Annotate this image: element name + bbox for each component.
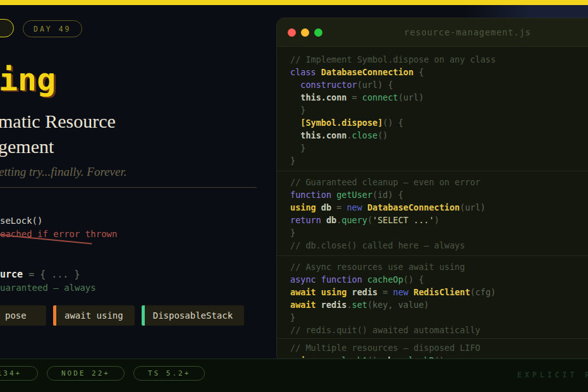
footer-watermark: EXPLICIT RESO	[517, 371, 588, 379]
divider-rule	[0, 187, 257, 188]
code-line: // Multiple resources — disposed LIFO	[290, 341, 588, 354]
feature-badge: await using	[53, 305, 135, 326]
code-line: function getUser(id) {	[290, 188, 588, 201]
code-line: constructor(url) {	[290, 78, 588, 91]
cropped-badge	[0, 19, 14, 37]
feature-badge: pose	[0, 305, 46, 326]
code-line: class DatabaseConnection {	[290, 66, 588, 78]
footer-pill: NODE 22+	[47, 366, 125, 381]
feature-badge-label: pose	[5, 310, 27, 321]
code-line: }	[290, 142, 588, 154]
code-section-divider	[277, 338, 588, 339]
heading-line-2: gement	[0, 136, 54, 157]
code-line: // Guaranteed cleanup — even on error	[290, 176, 588, 188]
code-line: await redis.set(key, value)	[290, 298, 588, 311]
code-line: using db = new DatabaseConnection(url)	[290, 201, 588, 214]
code-line: async function cacheOp() {	[290, 273, 588, 286]
code-line: [Symbol.dispose]() {	[290, 116, 588, 129]
feature-badge: DisposableStack	[142, 305, 244, 326]
footer-pill-group: 134+NODE 22+TS 5.2+	[0, 366, 205, 381]
feature-badge-row: poseawait usingDisposableStack	[0, 305, 244, 326]
feature-badge-label: DisposableStack	[153, 310, 233, 321]
code-line: this.conn = connect(url)	[290, 91, 588, 104]
using-line-head: urce	[0, 269, 23, 280]
page-subtitle: etting try...finally. Forever.	[0, 165, 126, 179]
footer-pill: 134+	[0, 366, 38, 381]
day-counter-label: DAY 49	[34, 25, 71, 34]
left-code-using-line: urce = { ... }	[0, 269, 80, 280]
slide-page: DAY 49 ing matic Resourcegement etting t…	[0, 0, 588, 392]
window-titlebar: resource-management.js	[277, 18, 588, 47]
day-counter-badge: DAY 49	[23, 20, 82, 37]
code-line: }	[290, 311, 588, 324]
feature-badge-label: await using	[64, 310, 123, 321]
footer-pill: TS 5.2+	[133, 366, 205, 381]
code-line: }	[290, 154, 588, 167]
using-line-rest: = { ... }	[23, 269, 80, 280]
left-code-struck-comment: eached if error thrown	[0, 229, 117, 239]
code-line: // Implement Symbol.dispose on any class	[290, 53, 588, 66]
left-code-release-line: seLock()	[0, 216, 42, 226]
top-accent-bar	[0, 0, 588, 5]
heading-line-1: matic Resource	[0, 111, 116, 132]
code-section-divider	[277, 255, 588, 256]
code-line: // db.close() called here — always	[290, 239, 588, 252]
page-title: ing	[0, 64, 56, 95]
page-heading: matic Resourcegement	[0, 109, 116, 159]
footer-bar: 134+NODE 22+TS 5.2+ EXPLICIT RESO	[0, 358, 588, 392]
code-editor-window: resource-management.js // Implement Symb…	[276, 18, 588, 362]
code-content: // Implement Symbol.dispose on any class…	[277, 47, 588, 362]
code-line: return db.query('SELECT ...')	[290, 214, 588, 226]
code-section-divider	[277, 171, 588, 171]
code-line: // redis.quit() awaited automatically	[290, 324, 588, 336]
feature-badge-accent	[53, 305, 56, 326]
code-line: }	[290, 104, 588, 116]
feature-badge-accent	[142, 305, 145, 326]
code-line: }	[290, 226, 588, 239]
code-line: this.conn.close()	[290, 129, 588, 142]
code-line: await using redis = new RedisClient(cfg)	[290, 286, 588, 298]
window-filename: resource-management.js	[277, 27, 588, 37]
code-line: // Async resources use await using	[290, 260, 588, 273]
left-code-green-comment: uaranteed — always	[0, 283, 96, 293]
